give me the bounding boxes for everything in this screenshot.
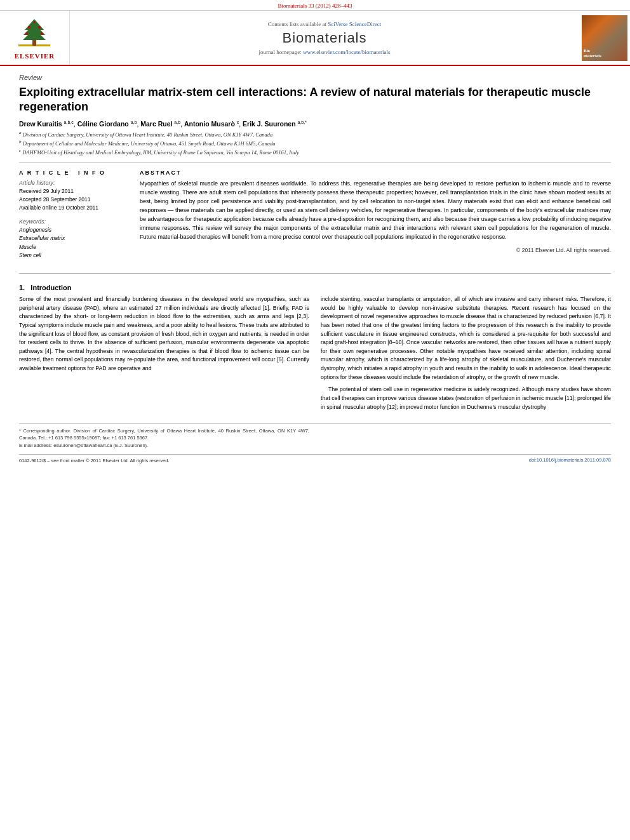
authors-line: Drew Kuraitis a,b,c, Céline Giordano a,b… xyxy=(19,120,611,128)
journal-title: Biomaterials xyxy=(282,30,366,46)
biomaterials-logo-text: Bio materials xyxy=(584,48,601,59)
accepted-date: Accepted 28 September 2011 xyxy=(19,196,127,204)
author-celine: Céline Giordano a,b, xyxy=(77,120,141,128)
article-type: Review xyxy=(19,74,611,81)
elsevier-logo-section: ELSEVIER xyxy=(0,11,70,65)
sciverse-line: Contents lists available at SciVerse Sci… xyxy=(268,21,382,27)
issn-text: 0142-9612/$ – see front matter © 2011 El… xyxy=(19,457,170,464)
elsevier-logo: ELSEVIER xyxy=(15,16,55,60)
intro-para-1: Some of the most prevalent and financial… xyxy=(19,295,309,373)
svg-point-7 xyxy=(25,32,28,35)
affiliation-a: a Division of Cardiac Surgery, Universit… xyxy=(19,131,611,139)
journal-citation: Biomaterials 33 (2012) 428–443 xyxy=(278,3,352,9)
introduction-section: 1. Introduction Some of the most prevale… xyxy=(19,284,611,449)
svg-point-5 xyxy=(28,26,30,29)
keyword-4: Stem cell xyxy=(19,251,127,260)
article-history: Article history: Received 29 July 2011 A… xyxy=(19,180,127,211)
author-marc: Marc Ruel a,b, xyxy=(140,120,184,128)
received-date: Received 29 July 2011 xyxy=(19,187,127,196)
footnote-two-col: * Corresponding author. Division of Card… xyxy=(19,427,611,449)
divider-1 xyxy=(19,163,611,163)
keywords-label: Keywords: xyxy=(19,218,127,225)
svg-point-6 xyxy=(38,26,41,29)
footnote-right xyxy=(321,427,611,449)
intro-right-col: include stenting, vascular transplants o… xyxy=(321,295,611,415)
section-num: 1. xyxy=(19,284,29,291)
copyright-line: © 2011 Elsevier Ltd. All rights reserved… xyxy=(140,247,611,253)
sciverse-link[interactable]: SciVerse ScienceDirect xyxy=(328,21,381,27)
section-title: 1. Introduction xyxy=(19,284,611,291)
footnote-corresponding: * Corresponding author. Division of Card… xyxy=(19,427,309,442)
article-info-label: A R T I C L E I N F O xyxy=(19,170,127,176)
intro-para-right-2: The potential of stem cell use in regene… xyxy=(321,385,611,411)
abstract-col: ABSTRACT Myopathies of skeletal muscle a… xyxy=(140,170,611,267)
elsevier-text-label: ELSEVIER xyxy=(15,52,55,60)
divider-2 xyxy=(19,273,611,274)
elsevier-tree-icon xyxy=(15,16,53,51)
section-title-text: Introduction xyxy=(30,284,71,291)
biomaterials-logo: Bio materials xyxy=(582,15,627,61)
keyword-3: Muscle xyxy=(19,243,127,252)
available-date: Available online 19 October 2011 xyxy=(19,204,127,212)
history-label: Article history: xyxy=(19,180,127,186)
keyword-1: Angiogenesis xyxy=(19,226,127,235)
affiliation-c: c DAHFMO-Unit of Histology and Medical E… xyxy=(19,149,611,157)
abstract-text: Myopathies of skeletal muscle are preval… xyxy=(140,180,611,242)
page: Biomaterials 33 (2012) 428–443 xyxy=(0,0,630,840)
abstract-label: ABSTRACT xyxy=(140,170,611,176)
footnote-email: E-mail address: esuuronen@ottawaheart.ca… xyxy=(19,442,309,449)
svg-point-9 xyxy=(34,22,36,23)
doi-text: doi:10.1016/j.biomaterials.2011.09.078 xyxy=(529,457,611,464)
journal-center-info: Contents lists available at SciVerse Sci… xyxy=(70,11,579,65)
author-drew: Drew Kuraitis a,b,c, xyxy=(19,120,77,128)
bottom-bar: 0142-9612/$ – see front matter © 2011 El… xyxy=(19,454,611,464)
article-info-col: A R T I C L E I N F O Article history: R… xyxy=(19,170,127,267)
journal-homepage-link[interactable]: www.elsevier.com/locate/biomaterials xyxy=(303,49,390,55)
keyword-2: Extracellular matrix xyxy=(19,234,127,243)
journal-citation-bar: Biomaterials 33 (2012) 428–443 xyxy=(0,0,630,11)
journal-homepage: journal homepage: www.elsevier.com/locat… xyxy=(259,49,391,55)
intro-body: Some of the most prevalent and financial… xyxy=(19,295,611,415)
journal-logo-right: Bio materials xyxy=(579,11,630,65)
keywords-list: Angiogenesis Extracellular matrix Muscle… xyxy=(19,226,127,260)
footnote-left: * Corresponding author. Division of Card… xyxy=(19,427,309,449)
svg-point-8 xyxy=(41,32,43,35)
journal-header: ELSEVIER Contents lists available at Sci… xyxy=(0,11,630,66)
info-abstract-section: A R T I C L E I N F O Article history: R… xyxy=(19,170,611,267)
author-antonio: Antonio Musarò c, xyxy=(184,120,243,128)
author-erik: Erik J. Suuronen a,b,* xyxy=(243,120,307,128)
intro-left-col: Some of the most prevalent and financial… xyxy=(19,295,309,415)
affiliation-b: b Department of Cellular and Molecular M… xyxy=(19,140,611,148)
main-content: Review Exploiting extracellular matrix-s… xyxy=(0,66,630,472)
article-title: Exploiting extracellular matrix-stem cel… xyxy=(19,85,611,115)
keywords-section: Keywords: Angiogenesis Extracellular mat… xyxy=(19,218,127,260)
intro-para-right-1: include stenting, vascular transplants o… xyxy=(321,295,611,382)
footnote-area: * Corresponding author. Division of Card… xyxy=(19,423,611,449)
